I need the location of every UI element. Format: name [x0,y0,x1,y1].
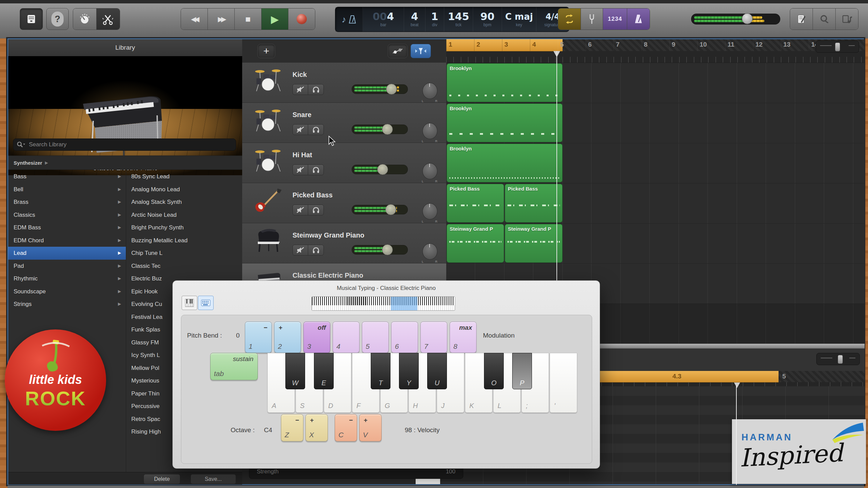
volume-slider[interactable] [352,165,408,174]
region-picked-bass-2[interactable]: Picked Bass [505,184,563,223]
region-brooklyn-hihat[interactable]: Brooklyn [447,144,563,182]
region-brooklyn-snare[interactable]: Brooklyn [447,103,563,142]
region-steinway-2[interactable]: Steinway Grand P [505,224,563,263]
library-breadcrumb[interactable]: Synthesizer ▶ [8,156,242,170]
black-key-w[interactable]: W [285,353,305,389]
track-row-hihat[interactable]: Hi Hat LR [242,143,446,183]
category-item[interactable]: Soundscape▶ [8,285,126,298]
automation-button[interactable] [388,44,407,58]
volume-thumb[interactable] [386,84,397,95]
rewind-button[interactable]: ◀◀ [181,9,208,30]
black-key-p-pressed[interactable]: P [512,353,532,389]
notepad-button[interactable] [790,9,813,30]
pan-knob[interactable]: LR [422,82,437,100]
editors-button[interactable] [97,9,120,30]
volume-slider[interactable] [352,125,408,134]
solo-button[interactable] [308,245,324,256]
timeline-zoom-slider[interactable] [816,40,859,53]
category-item[interactable]: Strings▶ [8,298,126,311]
metronome-button[interactable] [627,9,650,30]
key-3-mod-off[interactable]: off3 [303,322,330,353]
velocity-down-key-c[interactable]: −C [335,414,357,441]
solo-button[interactable] [308,124,324,135]
category-item[interactable]: Rhythmic▶ [8,272,126,285]
black-key-u[interactable]: U [427,353,447,389]
zoom-thumb[interactable] [835,43,840,51]
key-8-mod-max[interactable]: max8 [450,322,477,353]
octave-down-key-z[interactable]: −Z [281,414,303,441]
track-row-kick[interactable]: Kick LR [242,63,446,103]
lcd-div[interactable]: 1div [425,7,444,32]
lcd-mode-icons[interactable]: ♪ [335,7,363,32]
sustain-key[interactable]: sustain tab [210,353,258,380]
key-4-modulation[interactable]: 4 [333,322,360,353]
delete-button[interactable]: Delete [144,474,180,484]
key-1-pitch-down[interactable]: −1 [245,322,272,353]
tuner-button[interactable] [581,9,603,30]
track-row-snare[interactable]: Snare LR [242,103,446,143]
black-key-e[interactable]: E [314,353,334,389]
volume-thumb[interactable] [385,204,396,215]
pan-knob[interactable]: LR [422,162,437,180]
smart-controls-button[interactable] [73,9,97,30]
velocity-up-key-v[interactable]: +V [359,414,382,441]
save-button[interactable]: Save... [190,474,236,484]
mini-keyboard[interactable] [312,296,455,311]
patch-item[interactable]: Arctic Noise Lead [126,209,242,222]
catch-playhead-button[interactable] [411,44,431,58]
cycle-button[interactable] [558,9,581,30]
category-item[interactable]: Brass▶ [8,196,126,209]
patch-item[interactable]: 80s Sync Lead [126,170,242,183]
mute-button[interactable] [293,245,308,256]
key-6-modulation[interactable]: 6 [391,322,418,353]
add-track-button[interactable]: + [257,44,275,58]
media-browser-button[interactable] [836,9,858,30]
patch-item[interactable]: Analog Mono Lead [126,183,242,196]
patch-item[interactable]: Buzzing Metallic Lead [126,234,242,247]
key-7-modulation[interactable]: 7 [420,322,447,353]
volume-thumb[interactable] [377,164,388,175]
category-item[interactable]: EDM Chord▶ [8,234,126,247]
category-item-selected[interactable]: Lead▶ [8,247,126,260]
volume-thumb[interactable] [382,124,393,135]
category-item[interactable]: Pad▶ [8,260,126,273]
black-key-y[interactable]: Y [399,353,419,389]
region-picked-bass-1[interactable]: Picked Bass [447,184,504,223]
category-item[interactable]: Bass▶ [8,170,126,183]
pan-knob[interactable]: LR [422,122,437,140]
solo-button[interactable] [308,205,324,215]
mute-button[interactable] [293,84,308,95]
editor-zoom-slider[interactable] [816,353,860,365]
white-key-quote[interactable]: ' [550,353,577,413]
master-volume-slider[interactable] [691,14,780,25]
forward-button[interactable]: ▶▶ [208,9,235,30]
mute-button[interactable] [293,124,308,135]
patch-item[interactable]: Classic Tec [126,260,242,273]
lcd-tick[interactable]: 145tick [444,7,473,32]
lcd-key[interactable]: C majkey [502,7,536,32]
track-row-steinway[interactable]: Steinway Grand Piano LR [242,223,446,263]
search-input[interactable] [28,141,232,148]
category-item[interactable]: Bell▶ [8,183,126,196]
library-search[interactable] [13,139,236,151]
octave-up-key-x[interactable]: +X [305,414,328,441]
volume-thumb[interactable] [382,244,393,255]
black-key-o[interactable]: O [484,353,504,389]
patch-item[interactable]: Bright Punchy Synth [126,221,242,234]
volume-slider[interactable] [352,205,408,214]
record-button[interactable] [288,9,315,30]
category-item[interactable]: EDM Bass▶ [8,221,126,234]
stop-button[interactable]: ■ [235,9,262,30]
lcd-tempo[interactable]: 90bpm [473,7,502,32]
track-row-picked-bass[interactable]: Picked Bass LR [242,183,446,223]
key-5-modulation[interactable]: 5 [362,322,389,353]
region-brooklyn-kick[interactable]: Brooklyn [447,63,563,102]
mute-button[interactable] [293,164,308,175]
pan-knob[interactable]: LR [422,202,437,220]
timeline-ruler[interactable]: 12 34 56 78 910 1112 1314 15 [446,39,865,63]
lcd-display[interactable]: ♪ 004 bar 4beat 1div 145tick 90bpm C maj [335,7,569,32]
solo-button[interactable] [308,84,324,95]
key-2-pitch-up[interactable]: +2 [274,322,301,353]
keyboard-view-button[interactable] [198,296,214,310]
piano-view-button[interactable] [182,296,197,310]
